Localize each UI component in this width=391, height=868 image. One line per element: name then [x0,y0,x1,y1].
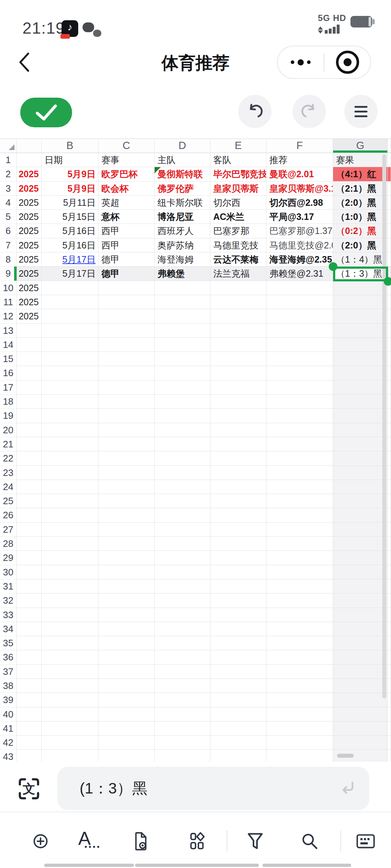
exit-button[interactable] [324,51,370,74]
cell-E26[interactable] [210,508,266,522]
cell-F42[interactable] [266,736,333,750]
cell-G7[interactable]: （2:0）黑 [333,238,388,252]
cell-C36[interactable] [98,650,155,664]
cell-C35[interactable] [98,636,155,650]
cell-F17[interactable] [266,380,333,395]
cell-F18[interactable] [266,395,333,409]
more-button[interactable] [278,59,324,65]
cell-F5[interactable]: 平局@3.17 [266,210,333,224]
cell-C2[interactable]: 欧罗巴杯 [98,167,155,181]
cell-G25[interactable] [333,494,388,508]
cell-F9[interactable]: 弗赖堡@2.31 [266,267,333,281]
cell-C3[interactable]: 欧会杯 [98,182,155,196]
cell-D25[interactable] [155,494,210,508]
cell-D19[interactable] [155,409,210,423]
cell-B13[interactable] [42,324,98,338]
cell-B25[interactable] [42,494,98,508]
cell-G23[interactable] [333,466,388,480]
cell-E29[interactable] [210,551,266,565]
cell-E1[interactable]: 客队 [210,153,266,167]
cell-D26[interactable] [155,508,210,522]
cell-F29[interactable] [266,551,333,565]
cell-D7[interactable]: 奥萨苏纳 [155,238,210,252]
cell-B35[interactable] [42,636,98,650]
cell-F7[interactable]: 马德里竞技@2.08 [266,238,333,252]
cell-C14[interactable] [98,338,155,352]
cell-B17[interactable] [42,380,98,395]
cell-H42[interactable] [388,736,391,750]
undo-button[interactable] [238,95,272,128]
cell-C6[interactable]: 西甲 [98,224,155,238]
cell-G14[interactable] [333,338,388,352]
cell-E25[interactable] [210,494,266,508]
cell-G26[interactable] [333,508,388,522]
cell-E21[interactable] [210,437,266,451]
cell-E3[interactable]: 皇家贝蒂斯 [210,182,266,196]
cell-F33[interactable] [266,608,333,622]
cell-C4[interactable]: 英超 [98,196,155,210]
cell-H33[interactable] [388,608,391,622]
column-header-D[interactable]: D [155,139,210,153]
cell-D13[interactable] [155,324,210,338]
column-header-A[interactable] [17,139,42,153]
cell-E32[interactable] [210,593,266,608]
row-header-17[interactable]: 17 [0,380,17,395]
cell-C25[interactable] [98,494,155,508]
cell-C33[interactable] [98,608,155,622]
cell-C19[interactable] [98,409,155,423]
cell-A24[interactable] [17,480,42,494]
cell-E36[interactable] [210,650,266,664]
cell-A43[interactable] [17,750,42,762]
cell-F35[interactable] [266,636,333,650]
cell-B14[interactable] [42,338,98,352]
cell-E17[interactable] [210,380,266,395]
cell-A42[interactable] [17,736,42,750]
cell-A2[interactable]: 2025 [17,167,42,181]
cell-H28[interactable] [388,537,391,551]
cell-E38[interactable] [210,679,266,693]
horizontal-scrollbar[interactable] [337,754,354,758]
cell-C24[interactable] [98,480,155,494]
cell-H14[interactable] [388,338,391,352]
cell-F43[interactable] [266,750,333,762]
cell-F19[interactable] [266,409,333,423]
row-header-1[interactable]: 1 [0,153,17,167]
cell-B18[interactable] [42,395,98,409]
row-header-21[interactable]: 21 [0,437,17,451]
row-header-24[interactable]: 24 [0,480,17,494]
cell-D29[interactable] [155,551,210,565]
cell-H27[interactable] [388,523,391,537]
cell-B15[interactable] [42,352,98,366]
row-header-2[interactable]: 2 [0,167,17,181]
cell-F12[interactable] [266,309,333,323]
cell-C31[interactable] [98,579,155,593]
cell-D20[interactable] [155,423,210,437]
cell-D42[interactable] [155,736,210,750]
cell-F30[interactable] [266,565,333,579]
cell-A38[interactable] [17,679,42,693]
cell-H30[interactable] [388,565,391,579]
cell-H29[interactable] [388,551,391,565]
cell-C13[interactable] [98,324,155,338]
cell-E41[interactable] [210,722,266,736]
cell-D24[interactable] [155,480,210,494]
cell-D22[interactable] [155,451,210,465]
cell-D40[interactable] [155,707,210,722]
cell-A17[interactable] [17,380,42,395]
cell-A35[interactable] [17,636,42,650]
cell-F34[interactable] [266,622,333,636]
cell-C40[interactable] [98,707,155,722]
cell-C1[interactable]: 赛事 [98,153,155,167]
cell-A20[interactable] [17,423,42,437]
cell-D11[interactable] [155,295,210,309]
cell-H43[interactable] [388,750,391,762]
cell-F6[interactable]: 巴塞罗那@1.37 [266,224,333,238]
cell-D28[interactable] [155,537,210,551]
cell-D4[interactable]: 纽卡斯尔联 [155,196,210,210]
cell-G8[interactable]: （1：4）黑 [333,252,388,267]
row-header-40[interactable]: 40 [0,707,17,722]
cell-H5[interactable] [388,210,391,224]
cell-E15[interactable] [210,352,266,366]
cell-A5[interactable]: 2025 [17,210,42,224]
cell-E12[interactable] [210,309,266,323]
